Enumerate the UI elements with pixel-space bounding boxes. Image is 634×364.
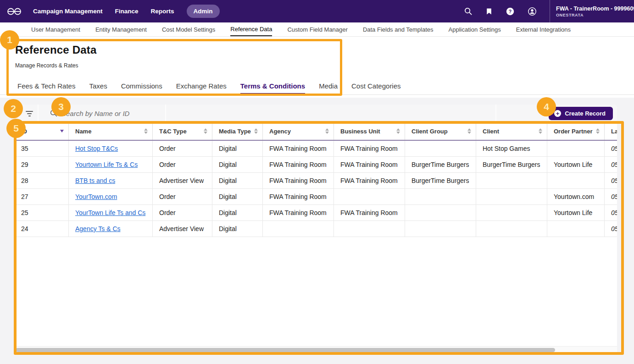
topbar-nav-admin[interactable]: Admin	[187, 5, 220, 18]
toolbar-divider	[495, 105, 496, 122]
create-record-button[interactable]: + Create Record	[549, 107, 613, 120]
cell-agency: FWA Training Room	[263, 189, 334, 204]
cell-name: BTB ts and cs	[69, 173, 153, 188]
column-header-order-partner[interactable]: Order Partner	[547, 122, 605, 140]
cell-agency: FWA Training Room	[263, 173, 334, 188]
cell-client_group	[405, 205, 476, 221]
cell-id: 25	[15, 205, 69, 221]
search-input[interactable]	[61, 107, 160, 120]
column-label: Agency	[269, 128, 291, 135]
record-link[interactable]: BTB ts and cs	[75, 177, 115, 184]
topbar-nav-finance[interactable]: Finance	[115, 8, 139, 15]
table-body: 35Hot Stop T&CsOrderDigitalFWA Training …	[15, 141, 617, 237]
cell-media_type: Digital	[212, 157, 263, 172]
toolbar-divider	[165, 105, 166, 122]
annotation-callout-3: 3	[51, 97, 71, 116]
cell-client_group	[405, 189, 476, 204]
horizontal-scrollbar[interactable]	[15, 346, 617, 353]
cell-order_partner: Yourtown.com	[547, 189, 605, 204]
logo-icon[interactable]	[6, 7, 22, 16]
topbar-nav-campaign-management[interactable]: Campaign Management	[33, 8, 103, 15]
cell-id: 29	[15, 157, 69, 172]
profile-icon[interactable]	[528, 7, 537, 16]
tab-exchange-rates[interactable]: Exchange Rates	[176, 82, 227, 94]
cell-client: Hot Stop Games	[476, 141, 547, 156]
cell-agency	[263, 221, 334, 237]
column-label: Business Unit	[340, 128, 380, 135]
tab-terms-conditions[interactable]: Terms & Conditions	[240, 82, 305, 94]
cell-media_type: Digital	[212, 221, 263, 237]
cell-last_updated: 05	[605, 173, 617, 188]
record-link[interactable]: YourTown.com	[75, 193, 117, 200]
column-header-name[interactable]: Name	[69, 122, 153, 140]
column-label: Order Partner	[554, 128, 593, 135]
subnav-item-entity-management[interactable]: Entity Management	[95, 22, 147, 36]
cell-name: YourTown.com	[69, 189, 153, 204]
subnav-item-custom-field-manager[interactable]: Custom Field Manager	[287, 22, 348, 36]
record-link[interactable]: Agency Ts & Cs	[75, 225, 121, 232]
column-label: Name	[75, 128, 91, 135]
bookmark-icon[interactable]	[485, 7, 493, 16]
subnav-item-cost-model-settings[interactable]: Cost Model Settings	[162, 22, 215, 36]
filter-button[interactable]	[22, 105, 37, 122]
subnav-item-reference-data[interactable]: Reference Data	[230, 22, 272, 36]
cell-tc_type: Order	[153, 141, 212, 156]
cell-agency: FWA Training Room	[263, 141, 334, 156]
toolbar-divider	[38, 105, 39, 122]
scrollbar-thumb[interactable]	[16, 348, 555, 352]
sort-icon	[325, 128, 329, 134]
annotation-callout-2: 2	[4, 99, 23, 118]
sort-icon	[254, 128, 258, 134]
cell-last_updated: 05	[605, 189, 617, 204]
cell-name: YourTown Life Ts and Cs	[69, 205, 153, 221]
cell-business_unit	[334, 221, 405, 237]
cell-client_group	[405, 141, 476, 156]
cell-name: Yourtown Life Ts & Cs	[69, 157, 153, 172]
record-link[interactable]: YourTown Life Ts and Cs	[75, 209, 145, 216]
sort-icon	[596, 128, 600, 134]
cell-order_partner	[547, 221, 605, 237]
cell-id: 27	[15, 189, 69, 204]
column-header-media-type[interactable]: Media Type	[212, 122, 263, 140]
column-header-client-group[interactable]: Client Group	[405, 122, 476, 140]
subnav-item-application-settings[interactable]: Application Settings	[449, 22, 501, 36]
cell-tc_type: Order	[153, 205, 212, 221]
help-icon[interactable]: ?	[506, 7, 515, 16]
cell-business_unit: FWA Training Room	[334, 157, 405, 172]
table-row: 27YourTown.comOrderDigitalFWA Training R…	[15, 189, 617, 205]
column-header-client[interactable]: Client	[476, 122, 547, 140]
cell-agency: FWA Training Room	[263, 205, 334, 221]
cell-media_type: Digital	[212, 189, 263, 204]
cell-last_updated: 05	[605, 221, 617, 237]
tab-media[interactable]: Media	[319, 82, 338, 94]
column-label: La	[611, 128, 617, 135]
table-row: 24Agency Ts & CsAdvertiser ViewDigital05	[15, 221, 617, 237]
table-row: 29Yourtown Life Ts & CsOrderDigitalFWA T…	[15, 157, 617, 173]
subnav-item-external-integrations[interactable]: External Integrations	[516, 22, 571, 36]
topbar-nav-reports[interactable]: Reports	[151, 8, 174, 15]
record-link[interactable]: Hot Stop T&Cs	[75, 145, 118, 152]
svg-text:?: ?	[509, 9, 512, 14]
tab-taxes[interactable]: Taxes	[89, 82, 107, 94]
cell-last_updated: 05	[605, 205, 617, 221]
column-header-business-unit[interactable]: Business Unit	[334, 122, 405, 140]
subnav-item-user-management[interactable]: User Management	[31, 22, 80, 36]
column-label: Client Group	[412, 128, 448, 135]
search-icon[interactable]	[464, 7, 473, 16]
records-panel: + Create Record IDNameT&C TypeMedia Type…	[15, 105, 617, 353]
cell-media_type: Digital	[212, 173, 263, 188]
create-record-label: Create Record	[565, 110, 606, 117]
record-link[interactable]: Yourtown Life Ts & Cs	[75, 161, 138, 168]
cell-last_updated: 05	[605, 157, 617, 172]
tab-commissions[interactable]: Commissions	[121, 82, 162, 94]
account-menu[interactable]: FWA - TrainerRoom - 9999609 ONESTRATA	[550, 6, 634, 17]
tab-fees-tech-rates[interactable]: Fees & Tech Rates	[17, 82, 75, 94]
subnav-item-data-fields-and-templates[interactable]: Data Fields and Templates	[363, 22, 434, 36]
sort-icon	[467, 128, 471, 134]
cell-client: BurgerTime Burgers	[476, 157, 547, 172]
column-header-agency[interactable]: Agency	[263, 122, 334, 140]
column-header-t-c-type[interactable]: T&C Type	[153, 122, 212, 140]
table-header: IDNameT&C TypeMedia TypeAgencyBusiness U…	[15, 122, 617, 141]
column-header-la[interactable]: La	[605, 122, 617, 140]
tab-cost-categories[interactable]: Cost Categories	[351, 82, 401, 94]
